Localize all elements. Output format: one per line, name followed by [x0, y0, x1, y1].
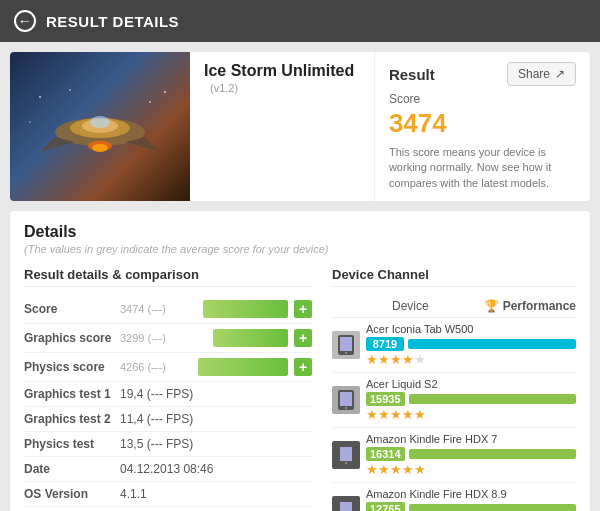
- svg-rect-17: [340, 392, 352, 406]
- stat-value: 11,4 (--- FPS): [114, 412, 312, 426]
- svg-point-3: [164, 91, 166, 93]
- result-panel: Result Share ↗ Score 3474 This score mea…: [374, 52, 590, 201]
- device-thumbnail: [332, 496, 360, 511]
- benchmark-image: [10, 52, 190, 201]
- performance-bar: [409, 394, 576, 404]
- stat-row: OS Version4.1.1: [24, 482, 312, 507]
- back-button[interactable]: ←: [14, 10, 36, 32]
- device-row[interactable]: Acer Liquid S215935★★★★★: [332, 373, 576, 428]
- stat-expand-button[interactable]: +: [294, 329, 312, 347]
- device-row[interactable]: Amazon Kindle Fire HDX 716314★★★★★: [332, 428, 576, 483]
- device-info: Acer Iconia Tab W5008719★★★★★: [360, 323, 576, 367]
- share-icon: ↗: [555, 67, 565, 81]
- device-info: Amazon Kindle Fire HDX 8.912765★★★★★: [360, 488, 576, 511]
- stat-row: Graphics test 211,4 (--- FPS): [24, 407, 312, 432]
- device-thumbnail: [332, 331, 360, 359]
- svg-point-12: [90, 116, 110, 128]
- stat-bar-container: 3299 (---)+: [114, 329, 312, 347]
- trophy-icon: 🏆: [484, 299, 499, 313]
- right-col-title: Device Channel: [332, 267, 576, 287]
- stat-row: Physics test13,5 (--- FPS): [24, 432, 312, 457]
- details-subtitle: (The values in grey indicate the average…: [24, 243, 576, 255]
- benchmark-card: Ice Storm Unlimited (v1.2) Result Share …: [10, 52, 590, 201]
- stat-value: 4.1.1: [114, 487, 312, 501]
- svg-rect-20: [340, 447, 352, 461]
- performance-bar: [409, 504, 576, 511]
- stat-row: Date04.12.2013 08:46: [24, 457, 312, 482]
- device-name: Acer Liquid S2: [366, 378, 576, 390]
- svg-rect-14: [340, 337, 352, 351]
- stat-value: 04.12.2013 08:46: [114, 462, 312, 476]
- stat-bar-container: 4266 (---)+: [114, 358, 312, 376]
- result-title: Result: [389, 66, 435, 83]
- stat-bar: [203, 300, 288, 318]
- stat-value: 19,4 (--- FPS): [114, 387, 312, 401]
- benchmark-info: Ice Storm Unlimited (v1.2): [190, 52, 374, 201]
- svg-point-1: [69, 89, 71, 91]
- details-section: Details (The values in grey indicate the…: [10, 211, 590, 511]
- details-title: Details: [24, 223, 576, 241]
- performance-col-header: 🏆 Performance: [484, 299, 576, 313]
- stat-label: Score: [24, 302, 114, 316]
- svg-point-21: [345, 462, 347, 464]
- stat-value: 13,5 (--- FPS): [114, 437, 312, 451]
- stat-row: Graphics test 119,4 (--- FPS): [24, 382, 312, 407]
- stat-label: Graphics score: [24, 331, 114, 345]
- benchmark-version: (v1.2): [210, 82, 238, 94]
- device-name: Amazon Kindle Fire HDX 7: [366, 433, 576, 445]
- benchmark-title: Ice Storm Unlimited: [204, 62, 354, 79]
- svg-point-0: [39, 96, 41, 98]
- header: ← RESULT DETAILS: [0, 0, 600, 42]
- left-col-title: Result details & comparison: [24, 267, 312, 287]
- device-score: 16314: [366, 447, 405, 461]
- device-score: 8719: [366, 337, 404, 351]
- device-table-header: Device 🏆 Performance: [332, 295, 576, 318]
- stat-bar: [198, 358, 288, 376]
- performance-bar: [409, 449, 576, 459]
- stat-expand-button[interactable]: +: [294, 358, 312, 376]
- stat-row: Score3474 (---)+: [24, 295, 312, 324]
- stat-label: Physics test: [24, 437, 114, 451]
- stat-label: Physics score: [24, 360, 114, 374]
- score-value: 3474: [389, 108, 576, 139]
- stat-expand-button[interactable]: +: [294, 300, 312, 318]
- performance-bar: [408, 339, 576, 349]
- device-name: Amazon Kindle Fire HDX 8.9: [366, 488, 576, 500]
- stat-bar-container: 3474 (---)+: [114, 300, 312, 318]
- device-name: Acer Iconia Tab W500: [366, 323, 576, 335]
- result-comparison: Result details & comparison Score3474 (-…: [24, 267, 312, 511]
- device-row[interactable]: Amazon Kindle Fire HDX 8.912765★★★★★: [332, 483, 576, 511]
- header-title: RESULT DETAILS: [46, 13, 179, 30]
- svg-rect-23: [340, 502, 352, 511]
- device-channel: Device Channel Device 🏆 Performance Acer…: [332, 267, 576, 511]
- svg-point-11: [92, 144, 108, 152]
- share-button[interactable]: Share ↗: [507, 62, 576, 86]
- stat-label: OS Version: [24, 487, 114, 501]
- svg-point-15: [345, 352, 347, 354]
- stat-label: Graphics test 2: [24, 412, 114, 426]
- stat-label: Date: [24, 462, 114, 476]
- stat-label: Graphics test 1: [24, 387, 114, 401]
- device-thumbnail: [332, 386, 360, 414]
- svg-point-18: [345, 407, 347, 409]
- device-stars: ★★★★★: [366, 462, 576, 477]
- score-label: Score: [389, 92, 576, 106]
- device-row[interactable]: Acer Iconia Tab W5008719★★★★★: [332, 318, 576, 373]
- stat-value: 3299 (---): [114, 332, 209, 344]
- device-info: Acer Liquid S215935★★★★★: [360, 378, 576, 422]
- stat-row: Graphics score3299 (---)+: [24, 324, 312, 353]
- stat-value: 4266 (---): [114, 361, 194, 373]
- device-stars: ★★★★★: [366, 352, 576, 367]
- device-score: 15935: [366, 392, 405, 406]
- device-score: 12765: [366, 502, 405, 511]
- score-description: This score means your device is working …: [389, 145, 576, 191]
- stat-bar: [213, 329, 288, 347]
- stat-value: 3474 (---): [114, 303, 199, 315]
- device-col-header: Device: [360, 299, 484, 313]
- device-stars: ★★★★★: [366, 407, 576, 422]
- stat-row: Physics score4266 (---)+: [24, 353, 312, 382]
- svg-point-4: [29, 121, 31, 123]
- svg-point-2: [149, 101, 151, 103]
- device-info: Amazon Kindle Fire HDX 716314★★★★★: [360, 433, 576, 477]
- device-thumbnail: [332, 441, 360, 469]
